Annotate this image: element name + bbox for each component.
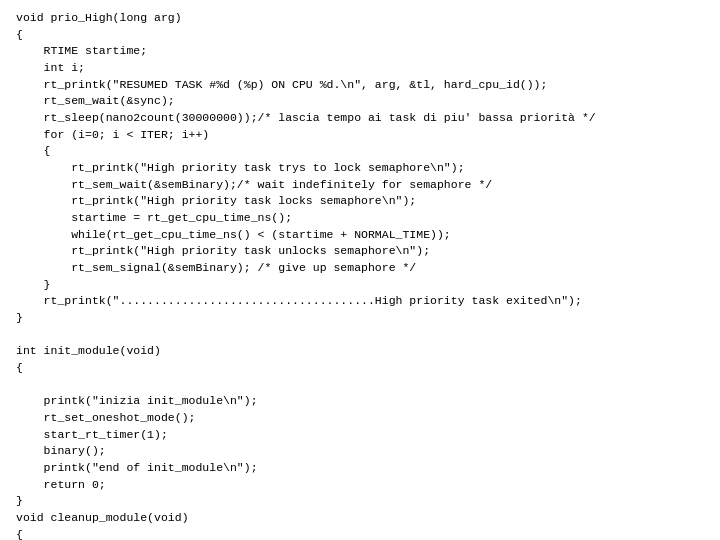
code-container: void prio_High(long arg) { RTIME startim… <box>0 0 720 540</box>
code-block: void prio_High(long arg) { RTIME startim… <box>16 10 704 540</box>
